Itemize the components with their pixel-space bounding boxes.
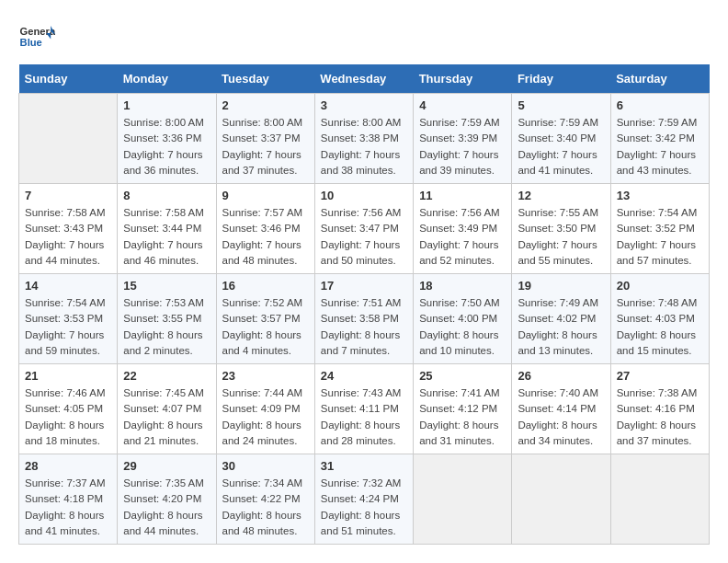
- calendar-week-row: 28 Sunrise: 7:37 AM Sunset: 4:18 PM Dayl…: [19, 454, 710, 545]
- sunrise-text: Sunrise: 7:37 AM: [25, 477, 106, 488]
- sunrise-text: Sunrise: 7:56 AM: [321, 207, 402, 218]
- daylight-minutes-text: and 10 minutes.: [419, 345, 495, 356]
- sunrise-text: Sunrise: 7:58 AM: [25, 207, 106, 218]
- day-info: Sunrise: 7:35 AM Sunset: 4:20 PM Dayligh…: [123, 476, 210, 539]
- daylight-minutes-text: and 34 minutes.: [518, 435, 593, 446]
- sunrise-text: Sunrise: 7:56 AM: [419, 207, 500, 218]
- sunset-text: Sunset: 3:36 PM: [123, 132, 201, 144]
- sunset-text: Sunset: 3:39 PM: [419, 132, 497, 144]
- daylight-minutes-text: and 39 minutes.: [419, 165, 495, 176]
- day-info: Sunrise: 7:44 AM Sunset: 4:09 PM Dayligh…: [222, 385, 309, 449]
- daylight-minutes-text: and 50 minutes.: [321, 255, 396, 266]
- sunset-text: Sunset: 3:50 PM: [518, 223, 596, 234]
- weekday-header-friday: Friday: [512, 64, 610, 94]
- sunrise-text: Sunrise: 7:57 AM: [222, 207, 303, 218]
- calendar-cell: [19, 94, 118, 184]
- sunrise-text: Sunrise: 7:52 AM: [222, 297, 303, 308]
- daylight-text: Daylight: 7 hours: [321, 149, 400, 160]
- day-info: Sunrise: 7:41 AM Sunset: 4:12 PM Dayligh…: [419, 385, 506, 449]
- calendar-cell: 21 Sunrise: 7:46 AM Sunset: 4:05 PM Dayl…: [19, 364, 118, 454]
- day-number: 19: [518, 279, 604, 293]
- day-info: Sunrise: 7:59 AM Sunset: 3:42 PM Dayligh…: [617, 115, 703, 178]
- daylight-minutes-text: and 21 minutes.: [123, 435, 199, 446]
- day-number: 17: [321, 279, 407, 293]
- calendar-cell: 30 Sunrise: 7:34 AM Sunset: 4:22 PM Dayl…: [216, 454, 314, 545]
- day-number: 22: [123, 369, 210, 383]
- day-info: Sunrise: 7:54 AM Sunset: 3:52 PM Dayligh…: [617, 205, 703, 269]
- day-number: 14: [25, 279, 111, 293]
- sunset-text: Sunset: 4:22 PM: [222, 493, 301, 504]
- sunrise-text: Sunrise: 7:54 AM: [25, 297, 106, 308]
- daylight-text: Daylight: 8 hours: [222, 419, 301, 431]
- sunrise-text: Sunrise: 7:41 AM: [419, 387, 500, 398]
- sunset-text: Sunset: 4:24 PM: [321, 493, 399, 504]
- daylight-text: Daylight: 8 hours: [123, 419, 202, 431]
- calendar-cell: [610, 454, 709, 545]
- sunset-text: Sunset: 4:02 PM: [518, 313, 596, 324]
- daylight-text: Daylight: 8 hours: [419, 419, 498, 431]
- day-number: 4: [419, 98, 506, 112]
- day-info: Sunrise: 7:32 AM Sunset: 4:24 PM Dayligh…: [321, 476, 407, 539]
- calendar-table: SundayMondayTuesdayWednesdayThursdayFrid…: [18, 64, 710, 545]
- sunrise-text: Sunrise: 7:48 AM: [617, 297, 698, 308]
- sunrise-text: Sunrise: 7:50 AM: [419, 297, 500, 308]
- day-info: Sunrise: 7:53 AM Sunset: 3:55 PM Dayligh…: [123, 295, 210, 359]
- calendar-week-row: 14 Sunrise: 7:54 AM Sunset: 3:53 PM Dayl…: [19, 274, 710, 364]
- daylight-minutes-text: and 24 minutes.: [222, 435, 298, 446]
- sunset-text: Sunset: 4:20 PM: [123, 493, 201, 504]
- weekday-header-wednesday: Wednesday: [314, 64, 413, 94]
- day-info: Sunrise: 7:51 AM Sunset: 3:58 PM Dayligh…: [321, 295, 407, 359]
- calendar-week-row: 1 Sunrise: 8:00 AM Sunset: 3:36 PM Dayli…: [19, 94, 710, 184]
- sunset-text: Sunset: 4:14 PM: [518, 403, 596, 414]
- daylight-minutes-text: and 55 minutes.: [518, 255, 593, 266]
- daylight-minutes-text: and 7 minutes.: [321, 345, 390, 356]
- daylight-text: Daylight: 7 hours: [419, 149, 498, 160]
- calendar-cell: 4 Sunrise: 7:59 AM Sunset: 3:39 PM Dayli…: [414, 94, 512, 184]
- calendar-cell: 31 Sunrise: 7:32 AM Sunset: 4:24 PM Dayl…: [314, 454, 413, 545]
- sunset-text: Sunset: 3:52 PM: [617, 223, 695, 234]
- sunset-text: Sunset: 4:18 PM: [25, 493, 103, 504]
- sunset-text: Sunset: 4:03 PM: [617, 313, 695, 324]
- sunset-text: Sunset: 3:42 PM: [617, 132, 695, 144]
- calendar-cell: 17 Sunrise: 7:51 AM Sunset: 3:58 PM Dayl…: [314, 274, 413, 364]
- day-number: 12: [518, 189, 604, 202]
- day-info: Sunrise: 7:54 AM Sunset: 3:53 PM Dayligh…: [25, 295, 111, 359]
- day-info: Sunrise: 7:59 AM Sunset: 3:39 PM Dayligh…: [419, 115, 506, 178]
- weekday-header-saturday: Saturday: [610, 64, 709, 94]
- calendar-cell: 14 Sunrise: 7:54 AM Sunset: 3:53 PM Dayl…: [19, 274, 118, 364]
- day-number: 11: [419, 189, 506, 202]
- day-number: 24: [321, 369, 407, 383]
- day-number: 16: [222, 279, 309, 293]
- page-header: General Blue: [18, 18, 710, 55]
- sunrise-text: Sunrise: 7:44 AM: [222, 387, 303, 398]
- calendar-cell: 15 Sunrise: 7:53 AM Sunset: 3:55 PM Dayl…: [118, 274, 216, 364]
- daylight-text: Daylight: 8 hours: [25, 419, 104, 431]
- sunrise-text: Sunrise: 7:34 AM: [222, 477, 303, 488]
- sunrise-text: Sunrise: 7:40 AM: [518, 387, 598, 398]
- calendar-cell: 18 Sunrise: 7:50 AM Sunset: 4:00 PM Dayl…: [414, 274, 512, 364]
- calendar-cell: 23 Sunrise: 7:44 AM Sunset: 4:09 PM Dayl…: [216, 364, 314, 454]
- day-number: 10: [321, 189, 407, 202]
- sunset-text: Sunset: 3:37 PM: [222, 132, 301, 144]
- calendar-cell: 22 Sunrise: 7:45 AM Sunset: 4:07 PM Dayl…: [118, 364, 216, 454]
- sunrise-text: Sunrise: 7:51 AM: [321, 297, 402, 308]
- day-number: 13: [617, 189, 703, 202]
- daylight-text: Daylight: 7 hours: [419, 239, 498, 250]
- day-info: Sunrise: 8:00 AM Sunset: 3:38 PM Dayligh…: [321, 115, 407, 178]
- daylight-text: Daylight: 8 hours: [518, 329, 597, 340]
- weekday-header-thursday: Thursday: [414, 64, 512, 94]
- daylight-text: Daylight: 7 hours: [321, 239, 400, 250]
- calendar-cell: 29 Sunrise: 7:35 AM Sunset: 4:20 PM Dayl…: [118, 454, 216, 545]
- calendar-week-row: 7 Sunrise: 7:58 AM Sunset: 3:43 PM Dayli…: [19, 184, 710, 274]
- day-number: 18: [419, 279, 506, 293]
- daylight-text: Daylight: 7 hours: [617, 239, 696, 250]
- daylight-minutes-text: and 46 minutes.: [123, 255, 199, 266]
- day-number: 23: [222, 369, 309, 383]
- daylight-text: Daylight: 8 hours: [25, 510, 104, 521]
- sunset-text: Sunset: 4:09 PM: [222, 403, 301, 414]
- daylight-text: Daylight: 7 hours: [222, 239, 301, 250]
- calendar-cell: 25 Sunrise: 7:41 AM Sunset: 4:12 PM Dayl…: [414, 364, 512, 454]
- daylight-minutes-text: and 15 minutes.: [617, 345, 692, 356]
- sunrise-text: Sunrise: 7:35 AM: [123, 477, 204, 488]
- sunset-text: Sunset: 3:55 PM: [123, 313, 201, 324]
